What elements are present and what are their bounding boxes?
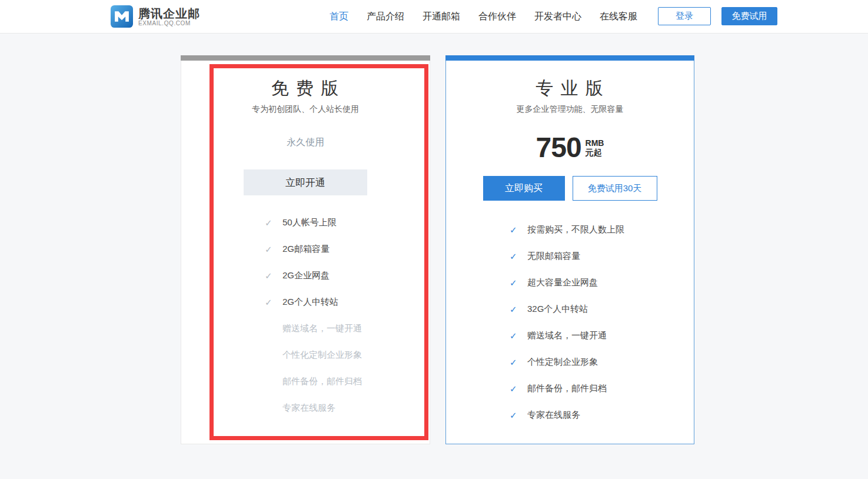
feature-item: ✓ 个性定制企业形象 bbox=[510, 349, 694, 375]
pro-plan-top-bar bbox=[445, 55, 694, 61]
feature-label: 32G个人中转站 bbox=[527, 304, 588, 315]
check-icon: ✓ bbox=[510, 410, 520, 421]
feature-label: 个性化定制企业形象 bbox=[282, 350, 362, 361]
nav-item[interactable]: 合作伙伴 bbox=[478, 11, 516, 23]
free-plan-excluded-features: 赠送域名，一键开通 个性化定制企业形象 邮件备份，邮件归档 专家在线服务 bbox=[265, 315, 430, 421]
feature-item-disabled: 邮件备份，邮件归档 bbox=[265, 368, 430, 395]
check-icon: ✓ bbox=[510, 278, 520, 288]
pro-plan-subtitle: 更多企业管理功能、无限容量 bbox=[446, 104, 694, 115]
feature-label: 赠送域名，一键开通 bbox=[527, 330, 607, 341]
feature-label: 专家在线服务 bbox=[527, 410, 580, 421]
nav-item[interactable]: 产品介绍 bbox=[367, 11, 404, 23]
check-icon: ✓ bbox=[510, 304, 520, 315]
pro-plan-card: 专 业 版 更多企业管理功能、无限容量 750 RMB 元起 立即购买 免费试用… bbox=[445, 55, 694, 444]
free-plan-body: 免 费 版 专为初创团队、个人站长使用 永久使用 立即开通 ✓ 50人帐号上限 … bbox=[181, 61, 430, 444]
feature-label: 超大容量企业网盘 bbox=[527, 277, 598, 288]
feature-label: 2G个人中转站 bbox=[282, 297, 338, 308]
nav-item[interactable]: 首页 bbox=[330, 11, 348, 23]
feature-item: ✓ 32G个人中转站 bbox=[510, 296, 694, 322]
nav-item[interactable]: 在线客服 bbox=[600, 11, 637, 23]
feature-label: 2G邮箱容量 bbox=[282, 244, 330, 255]
check-icon: ✓ bbox=[265, 271, 275, 281]
feature-item: ✓ 赠送域名，一键开通 bbox=[510, 322, 694, 349]
pricing-section: 免 费 版 专为初创团队、个人站长使用 永久使用 立即开通 ✓ 50人帐号上限 … bbox=[0, 34, 868, 479]
pro-plan-title: 专 业 版 bbox=[446, 61, 694, 99]
logo-text: 腾讯企业邮 EXMAIL.QQ.COM bbox=[138, 7, 200, 26]
free-plan-subtitle: 专为初创团队、个人站长使用 bbox=[181, 104, 430, 115]
pro-plan-price: 750 RMB 元起 bbox=[446, 132, 694, 163]
check-icon: ✓ bbox=[510, 357, 520, 368]
logo-subtitle: EXMAIL.QQ.COM bbox=[138, 20, 200, 26]
feature-label: 个性定制企业形象 bbox=[527, 357, 598, 368]
feature-label: 50人帐号上限 bbox=[282, 217, 337, 228]
feature-item: ✓ 按需购买，不限人数上限 bbox=[510, 217, 694, 243]
price-value: 750 bbox=[536, 132, 581, 163]
feature-label: 专家在线服务 bbox=[282, 403, 335, 414]
exmail-logo[interactable]: 腾讯企业邮 EXMAIL.QQ.COM bbox=[111, 5, 200, 28]
pro-plan-features: ✓ 按需购买，不限人数上限 ✓ 无限邮箱容量 ✓ 超大容量企业网盘 ✓ 32G个… bbox=[510, 217, 694, 428]
pro-plan-body: 专 业 版 更多企业管理功能、无限容量 750 RMB 元起 立即购买 免费试用… bbox=[445, 61, 694, 444]
price-units: RMB 元起 bbox=[586, 138, 604, 157]
top-header: 腾讯企业邮 EXMAIL.QQ.COM 首页产品介绍开通邮箱合作伙伴开发者中心在… bbox=[0, 0, 868, 34]
feature-item-disabled: 个性化定制企业形象 bbox=[265, 342, 430, 368]
feature-item: ✓ 邮件备份，邮件归档 bbox=[510, 375, 694, 402]
header-actions: 登录 免费试用 bbox=[658, 7, 777, 25]
exmail-logo-icon bbox=[111, 5, 133, 28]
feature-item: ✓ 50人帐号上限 bbox=[265, 209, 430, 236]
feature-label: 2G企业网盘 bbox=[282, 270, 330, 281]
free-plan-price-label: 永久使用 bbox=[181, 137, 430, 149]
check-icon: ✓ bbox=[510, 331, 520, 341]
feature-item: ✓ 专家在线服务 bbox=[510, 402, 694, 428]
feature-item: ✓ 超大容量企业网盘 bbox=[510, 270, 694, 296]
feature-item-disabled: 专家在线服务 bbox=[265, 395, 430, 421]
check-icon: ✓ bbox=[510, 251, 520, 262]
free-plan-included-features: ✓ 50人帐号上限 ✓ 2G邮箱容量 ✓ 2G企业网盘 ✓ 2G个人中转站 bbox=[265, 209, 430, 315]
free-plan-top-bar bbox=[181, 55, 430, 61]
nav-item[interactable]: 开发者中心 bbox=[534, 11, 581, 23]
feature-item: ✓ 2G邮箱容量 bbox=[265, 236, 430, 262]
feature-label: 邮件备份，邮件归档 bbox=[527, 383, 607, 394]
free-plan-card: 免 费 版 专为初创团队、个人站长使用 永久使用 立即开通 ✓ 50人帐号上限 … bbox=[181, 55, 430, 444]
pro-plan-buttons: 立即购买 免费试用30天 bbox=[446, 176, 694, 201]
free-trial-button[interactable]: 免费试用 bbox=[721, 7, 777, 25]
feature-item: ✓ 无限邮箱容量 bbox=[510, 243, 694, 270]
price-unit: 元起 bbox=[586, 148, 604, 157]
nav-item[interactable]: 开通邮箱 bbox=[423, 11, 460, 23]
logo-title: 腾讯企业邮 bbox=[138, 7, 200, 20]
feature-item: ✓ 2G个人中转站 bbox=[265, 289, 430, 315]
check-icon: ✓ bbox=[265, 218, 275, 228]
check-icon: ✓ bbox=[265, 297, 275, 308]
feature-item-disabled: 赠送域名，一键开通 bbox=[265, 315, 430, 342]
feature-item: ✓ 2G企业网盘 bbox=[265, 262, 430, 289]
check-icon: ✓ bbox=[510, 225, 520, 235]
free-plan-activate-button[interactable]: 立即开通 bbox=[244, 169, 367, 195]
check-icon: ✓ bbox=[265, 244, 275, 255]
buy-now-button[interactable]: 立即购买 bbox=[483, 176, 565, 201]
trial-30days-button[interactable]: 免费试用30天 bbox=[573, 176, 657, 201]
feature-label: 无限邮箱容量 bbox=[527, 251, 580, 262]
feature-label: 赠送域名，一键开通 bbox=[282, 323, 362, 334]
check-icon: ✓ bbox=[510, 384, 520, 394]
feature-label: 按需购买，不限人数上限 bbox=[527, 224, 624, 235]
free-plan-title: 免 费 版 bbox=[181, 61, 430, 99]
price-currency: RMB bbox=[586, 138, 604, 148]
feature-label: 邮件备份，邮件归档 bbox=[282, 376, 362, 387]
main-nav: 首页产品介绍开通邮箱合作伙伴开发者中心在线客服 bbox=[330, 0, 637, 34]
login-button[interactable]: 登录 bbox=[658, 7, 711, 25]
